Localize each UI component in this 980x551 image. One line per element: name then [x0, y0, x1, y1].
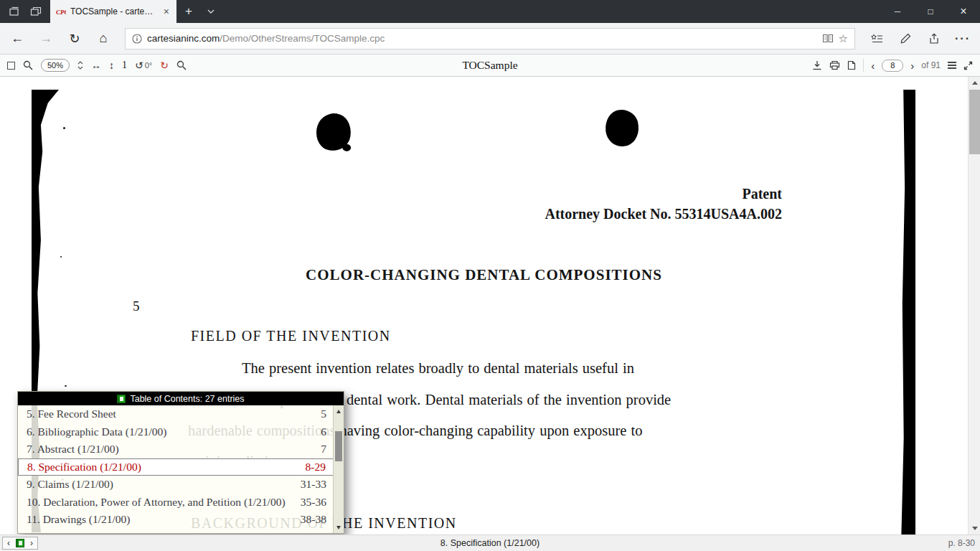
- vertical-scrollbar[interactable]: [968, 77, 980, 534]
- zoom-magnifier-icon[interactable]: [23, 60, 33, 70]
- toc-entry-list: 5. Fee Record Sheet 5 6. Bibliographic D…: [18, 405, 344, 533]
- fit-width-icon[interactable]: ↔: [91, 60, 101, 70]
- toc-menu-icon[interactable]: [948, 62, 956, 69]
- select-region-icon[interactable]: [7, 62, 15, 70]
- toc-entry[interactable]: 9. Claims (1/21/00) 31-33: [18, 476, 344, 494]
- refresh-page-icon[interactable]: ↻: [160, 60, 169, 70]
- refresh-button[interactable]: ↻: [60, 25, 89, 52]
- window-minimize-button[interactable]: ─: [881, 0, 914, 23]
- pdf-export-icon[interactable]: [847, 60, 856, 70]
- attorney-docket-line: Attorney Docket No. 55314USA4A.002: [545, 206, 782, 222]
- scroll-up-arrow[interactable]: [969, 77, 980, 89]
- url-path: /Demo/OtherStreams/TOCSample.cpc: [220, 33, 385, 44]
- reading-view-icon[interactable]: [822, 34, 834, 43]
- window-close-button[interactable]: ×: [947, 0, 980, 23]
- url-domain: cartesianinc.com: [147, 33, 220, 44]
- new-tab-button[interactable]: +: [176, 0, 201, 23]
- toc-entry[interactable]: 7. Abstract (1/21/00) 7: [18, 441, 344, 458]
- previous-page-button[interactable]: ‹: [871, 60, 875, 72]
- tab-close-icon[interactable]: ×: [161, 6, 171, 17]
- favorite-star-icon[interactable]: ☆: [839, 32, 848, 45]
- set-tabs-aside-icon[interactable]: [9, 6, 20, 17]
- browser-tab[interactable]: CPC TOCSample - cartesiani ×: [50, 0, 176, 23]
- toc-popup-title: Table of Contents: 27 entries: [130, 394, 244, 404]
- punch-hole-mark-left: [314, 111, 354, 153]
- toc-book-icon: [117, 395, 126, 403]
- home-button[interactable]: ⌂: [89, 25, 118, 52]
- more-dots: ···: [955, 32, 971, 45]
- toolbar-separator: [863, 59, 864, 72]
- toc-status-book-button[interactable]: [14, 537, 26, 549]
- viewer-toolbar: 50% ↔ ↕ 1 ↺ 0° ↻ TOCSample ‹ 8 › of 91: [0, 55, 980, 77]
- actual-size-icon[interactable]: 1: [122, 60, 127, 71]
- hub-favorites-icon[interactable]: [862, 25, 891, 52]
- paragraph-line-1: The present invention relates broadly to…: [242, 360, 634, 377]
- zoom-level-input[interactable]: 50%: [41, 59, 70, 72]
- download-icon[interactable]: [812, 60, 822, 70]
- toc-scrollbar[interactable]: [333, 405, 344, 533]
- patent-label: Patent: [742, 186, 782, 202]
- next-section-button[interactable]: ›: [26, 537, 37, 549]
- tab-title: TOCSample - cartesiani: [70, 6, 157, 17]
- tab-favicon: CPC: [55, 6, 66, 17]
- page-count-label: of 91: [921, 60, 941, 70]
- previous-section-button[interactable]: ‹: [3, 537, 14, 549]
- site-info-icon[interactable]: [132, 34, 142, 44]
- zoom-spinner[interactable]: [77, 61, 83, 70]
- tab-list-chevron-icon[interactable]: [201, 0, 221, 23]
- tabstrip-spacer: [221, 0, 881, 23]
- toc-entry[interactable]: 5. Fee Record Sheet 5: [18, 405, 344, 423]
- toc-entry[interactable]: 10. Declaration, Power of Attorney, and …: [18, 494, 344, 512]
- forward-button[interactable]: →: [32, 25, 60, 52]
- status-bar: ‹ › 8. Specification (1/21/00) p. 8-30: [0, 534, 980, 551]
- page-number-input[interactable]: 8: [882, 60, 903, 72]
- scan-speck: [65, 385, 67, 387]
- toc-entry-selected[interactable]: 8. Specification (1/21/00) 8-29: [18, 458, 344, 476]
- window-maximize-button[interactable]: □: [914, 0, 947, 23]
- navigation-bar: ← → ↻ ⌂ cartesianinc.com/Demo/OtherStrea…: [0, 23, 980, 55]
- fullscreen-icon[interactable]: [963, 61, 973, 70]
- tab-preview-icon[interactable]: [30, 6, 42, 17]
- scroll-down-arrow[interactable]: [969, 522, 980, 534]
- scrollbar-thumb[interactable]: [969, 90, 980, 154]
- share-icon[interactable]: [920, 25, 948, 52]
- toc-entry[interactable]: 11. Drawings (1/21/00) 38-38: [18, 511, 344, 529]
- rotation-value: 0°: [145, 61, 153, 70]
- scan-speck: [60, 256, 62, 258]
- rotate-icon[interactable]: ↺: [135, 60, 143, 70]
- status-book-icon: [16, 539, 24, 547]
- next-page-button[interactable]: ›: [910, 60, 914, 72]
- field-heading: FIELD OF THE INVENTION: [191, 328, 391, 344]
- toc-scroll-down-arrow[interactable]: [334, 523, 344, 532]
- scan-edge-artifact-right: [898, 90, 915, 534]
- invention-title: COLOR-CHANGING DENTAL COMPOSITIONS: [0, 266, 968, 284]
- toc-scrollbar-thumb[interactable]: [335, 431, 342, 461]
- toc-nav-group: ‹ ›: [2, 537, 38, 550]
- fit-height-icon[interactable]: ↕: [109, 60, 114, 70]
- print-icon[interactable]: [829, 60, 840, 70]
- punch-hole-mark-right: [603, 108, 640, 149]
- ink-notes-icon[interactable]: [891, 25, 920, 52]
- search-magnifier-icon[interactable]: [176, 60, 187, 70]
- current-section-label: 8. Specification (1/21/00): [0, 538, 980, 548]
- toc-scroll-up-arrow[interactable]: [334, 407, 344, 415]
- more-options-button[interactable]: ···: [948, 25, 977, 52]
- toc-popup-titlebar[interactable]: Table of Contents: 27 entries: [18, 392, 344, 405]
- page-range-label: p. 8-30: [948, 538, 980, 548]
- back-button[interactable]: ←: [3, 25, 32, 52]
- svg-text:CPC: CPC: [56, 9, 66, 16]
- line-number: 5: [133, 298, 140, 314]
- tab-strip: CPC TOCSample - cartesiani × + ─ □ ×: [0, 0, 980, 23]
- address-bar[interactable]: cartesianinc.com/Demo/OtherStreams/TOCSa…: [125, 28, 855, 50]
- toc-entry[interactable]: 6. Bibliographic Data (1/21/00) 6: [18, 423, 344, 441]
- table-of-contents-popup: Table of Contents: 27 entries 5. Fee Rec…: [17, 391, 344, 534]
- toc-entry[interactable]: 12. Transmittal of Patent Application (1…: [18, 529, 344, 534]
- scan-speck: [63, 127, 65, 129]
